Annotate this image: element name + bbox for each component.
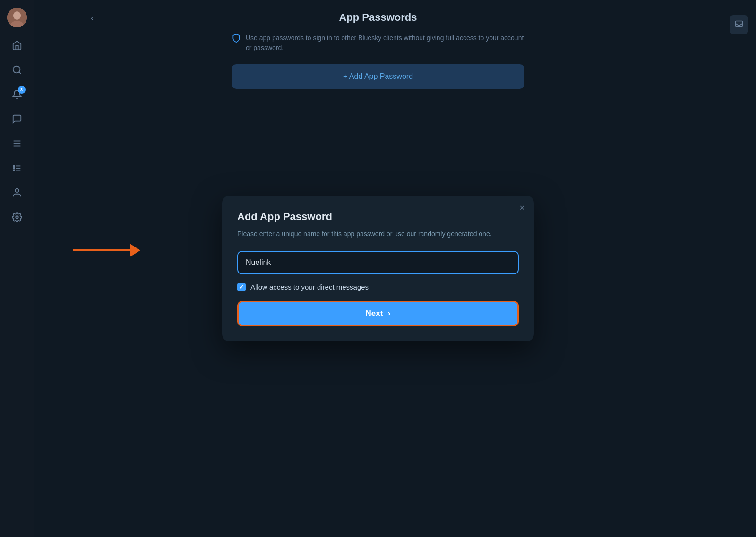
direct-messages-checkbox[interactable]: ✓	[237, 283, 246, 291]
modal-close-button[interactable]: ×	[519, 203, 524, 213]
notification-badge: 3	[18, 86, 26, 94]
arrow-annotation	[73, 244, 140, 257]
sidebar-item-lists[interactable]	[7, 158, 27, 179]
checkbox-row: ✓ Allow access to your direct messages	[237, 283, 519, 291]
app-password-name-input[interactable]	[237, 251, 519, 274]
svg-point-1	[13, 11, 21, 20]
avatar[interactable]	[7, 8, 27, 27]
arrow-head-icon	[130, 244, 140, 257]
svg-point-9	[13, 168, 15, 169]
sidebar-item-notifications[interactable]: 3	[7, 84, 27, 105]
avatar-image	[7, 8, 27, 27]
next-button[interactable]: Next ›	[237, 301, 519, 326]
svg-point-15	[16, 216, 18, 219]
sidebar-item-messages[interactable]	[7, 109, 27, 129]
next-button-label: Next	[366, 309, 383, 318]
sidebar-item-settings[interactable]	[7, 207, 27, 228]
sidebar-item-feeds[interactable]	[7, 133, 27, 154]
svg-line-4	[19, 72, 21, 74]
svg-point-10	[13, 170, 15, 171]
svg-point-14	[15, 189, 18, 192]
checkbox-label: Allow access to your direct messages	[250, 283, 369, 291]
right-panel	[722, 0, 756, 537]
next-chevron-icon: ›	[387, 308, 390, 318]
modal-overlay: × Add App Password Please enter a unique…	[34, 0, 722, 537]
checkmark-icon: ✓	[239, 284, 244, 290]
svg-point-8	[13, 165, 15, 167]
compose-button[interactable]	[730, 15, 748, 34]
sidebar-item-profile[interactable]	[7, 182, 27, 203]
arrow-line	[73, 249, 130, 251]
modal-description: Please enter a unique name for this app …	[237, 229, 519, 239]
modal-title: Add App Password	[237, 211, 519, 223]
sidebar: 3	[0, 0, 34, 537]
sidebar-item-search[interactable]	[7, 60, 27, 80]
svg-point-3	[13, 66, 20, 73]
add-app-password-modal: × Add App Password Please enter a unique…	[222, 196, 534, 341]
sidebar-item-home[interactable]	[7, 35, 27, 56]
